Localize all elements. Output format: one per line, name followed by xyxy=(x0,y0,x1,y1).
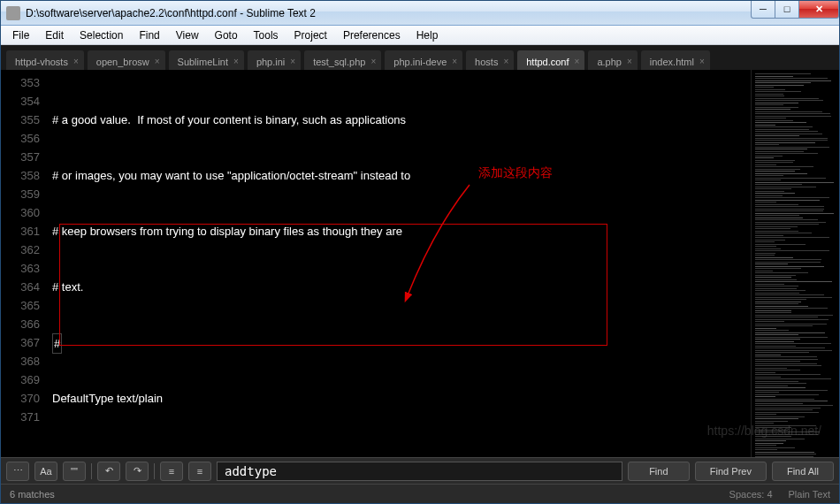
close-button[interactable]: ✕ xyxy=(798,1,839,19)
line-number: 359 xyxy=(1,185,40,203)
line-number: 363 xyxy=(1,259,40,278)
tab-sublimelint[interactable]: SublimeLint× xyxy=(169,50,244,70)
close-icon[interactable]: × xyxy=(627,57,632,66)
find-bar: ⋯ Aa "" ↶ ↷ ≡ ≡ Find Find Prev Find All xyxy=(1,457,839,484)
line-number: 366 xyxy=(1,315,40,333)
gutter: 3533543553563573583593603613623633643653… xyxy=(1,70,52,457)
line-number: 364 xyxy=(1,278,40,296)
find-wrap-toggle[interactable]: ↶ xyxy=(97,462,120,481)
menu-help[interactable]: Help xyxy=(409,27,447,43)
menu-edit[interactable]: Edit xyxy=(37,27,72,43)
find-whole-toggle[interactable]: "" xyxy=(63,462,86,481)
line-number: 356 xyxy=(1,129,40,148)
minimap[interactable] xyxy=(751,70,839,457)
tab-label: httpd-vhosts xyxy=(15,57,68,67)
line-number: 357 xyxy=(1,148,40,166)
code-line: DefaultType text/plain xyxy=(52,389,751,408)
line-number: 353 xyxy=(1,73,40,92)
find-insel-toggle[interactable]: ↷ xyxy=(126,462,149,481)
tab-hosts[interactable]: hosts× xyxy=(466,50,514,70)
find-prev-button[interactable]: Find Prev xyxy=(695,462,767,481)
find-button[interactable]: Find xyxy=(628,462,690,481)
line-number: 362 xyxy=(1,241,40,259)
line-number: 367 xyxy=(1,333,40,352)
menu-preferences[interactable]: Preferences xyxy=(335,27,409,43)
tab-label: open_brosw xyxy=(96,57,149,67)
tab-label: SublimeLint xyxy=(178,57,228,67)
code-line: # or images, you may want to use "applic… xyxy=(52,166,751,185)
code-line: # text. xyxy=(52,278,751,296)
find-input[interactable] xyxy=(217,462,622,481)
menu-selection[interactable]: Selection xyxy=(72,27,131,43)
line-number: 368 xyxy=(1,352,40,370)
menubar: File Edit Selection Find View Goto Tools… xyxy=(1,26,839,45)
tab-php-ini[interactable]: php.ini× xyxy=(248,50,301,70)
line-number: 370 xyxy=(1,389,40,408)
tab-label: a.php xyxy=(597,57,622,67)
status-spaces[interactable]: Spaces: 4 xyxy=(729,489,773,500)
line-number: 358 xyxy=(1,166,40,185)
find-regex-toggle[interactable]: ⋯ xyxy=(6,462,29,481)
app-icon xyxy=(6,6,20,20)
line-number: 371 xyxy=(1,408,40,426)
tab-test-sql-php[interactable]: test_sql.php× xyxy=(304,50,381,70)
find-highlight-toggle[interactable]: ≡ xyxy=(160,462,183,481)
close-icon[interactable]: × xyxy=(575,57,580,66)
find-divider xyxy=(91,463,92,479)
titlebar: D:\software\server\apache2.2\conf\httpd.… xyxy=(1,1,839,26)
line-number: 361 xyxy=(1,222,40,241)
statusbar: 6 matches Spaces: 4 Plain Text xyxy=(1,484,839,503)
find-preserve-toggle[interactable]: ≡ xyxy=(188,462,211,481)
close-icon[interactable]: × xyxy=(155,57,160,66)
close-icon[interactable]: × xyxy=(290,57,295,66)
tab-label: test_sql.php xyxy=(313,57,365,67)
tabbar: httpd-vhosts×open_brosw×SublimeLint×php.… xyxy=(1,45,839,70)
find-divider xyxy=(154,463,155,479)
minimize-button[interactable]: ─ xyxy=(751,1,775,19)
close-icon[interactable]: × xyxy=(452,57,457,66)
tab-index-html[interactable]: index.html× xyxy=(641,50,710,70)
close-icon[interactable]: × xyxy=(370,57,376,66)
editor[interactable]: 3533543553563573583593603613623633643653… xyxy=(1,70,839,457)
tab-php-ini-deve[interactable]: php.ini-deve× xyxy=(385,50,462,70)
window-title: D:\software\server\apache2.2\conf\httpd.… xyxy=(26,7,752,19)
code-line: # keep browsers from trying to display b… xyxy=(52,222,751,241)
menu-project[interactable]: Project xyxy=(286,27,335,43)
code-line: # xyxy=(52,333,751,352)
close-icon[interactable]: × xyxy=(73,57,79,66)
tab-a-php[interactable]: a.php× xyxy=(588,50,637,70)
menu-view[interactable]: View xyxy=(168,27,207,43)
tab-open-brosw[interactable]: open_brosw× xyxy=(88,50,165,70)
status-matches: 6 matches xyxy=(10,489,55,500)
tab-label: index.html xyxy=(650,57,694,67)
tab-label: php.ini-deve xyxy=(393,57,447,67)
tab-label: php.ini xyxy=(256,57,285,67)
find-case-toggle[interactable]: Aa xyxy=(34,462,57,481)
tab-httpd-conf[interactable]: httpd.conf× xyxy=(517,50,584,70)
line-number: 369 xyxy=(1,370,40,389)
watermark: https://blog.csdn.net/ xyxy=(707,424,821,438)
annotation-text: 添加这段内容 xyxy=(478,165,553,181)
maximize-button[interactable]: □ xyxy=(775,1,799,19)
code-area[interactable]: # a good value. If most of your content … xyxy=(52,70,751,457)
menu-file[interactable]: File xyxy=(4,27,37,43)
menu-tools[interactable]: Tools xyxy=(246,27,286,43)
close-icon[interactable]: × xyxy=(233,57,239,66)
tab-httpd-vhosts[interactable]: httpd-vhosts× xyxy=(6,50,84,70)
line-number: 354 xyxy=(1,92,40,111)
menu-goto[interactable]: Goto xyxy=(207,27,246,43)
tab-label: httpd.conf xyxy=(526,57,569,67)
line-number: 355 xyxy=(1,111,40,129)
tab-label: hosts xyxy=(475,57,498,67)
status-syntax[interactable]: Plain Text xyxy=(789,489,831,500)
code-line xyxy=(52,445,751,457)
close-icon[interactable]: × xyxy=(503,57,508,66)
close-icon[interactable]: × xyxy=(699,57,705,66)
find-all-button[interactable]: Find All xyxy=(772,462,834,481)
menu-find[interactable]: Find xyxy=(131,27,167,43)
line-number: 365 xyxy=(1,296,40,315)
line-number: 360 xyxy=(1,203,40,222)
code-line: # a good value. If most of your content … xyxy=(52,111,751,129)
